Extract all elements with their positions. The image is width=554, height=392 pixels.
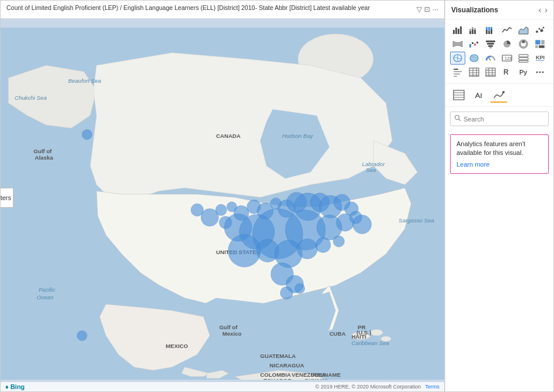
search-box[interactable] xyxy=(450,111,549,126)
fields-tab[interactable] xyxy=(450,87,468,103)
svg-text:Ocean: Ocean xyxy=(36,294,53,300)
svg-text:COLOMBIA: COLOMBIA xyxy=(260,371,291,378)
svg-point-83 xyxy=(536,31,538,33)
svg-rect-66 xyxy=(453,30,455,34)
svg-point-85 xyxy=(540,29,543,32)
svg-line-105 xyxy=(489,58,491,60)
filled-map-icon[interactable] xyxy=(466,52,482,65)
terms-link[interactable]: Terms xyxy=(425,384,440,390)
treemap-icon[interactable] xyxy=(532,38,548,50)
bing-logo: ♦ Bing xyxy=(5,383,25,390)
svg-rect-100 xyxy=(535,45,538,48)
map-svg-container: Chukchi Sea Gulf of Alaska Beaufort Sea … xyxy=(1,28,444,380)
svg-rect-87 xyxy=(469,44,471,48)
svg-rect-110 xyxy=(519,60,528,62)
svg-point-34 xyxy=(216,204,227,215)
card-icon[interactable]: 123 xyxy=(499,52,515,65)
search-icon xyxy=(454,114,461,123)
r-visual-icon[interactable]: R xyxy=(499,66,515,79)
svg-text:MEXICO: MEXICO xyxy=(166,343,188,349)
svg-rect-74 xyxy=(474,30,476,34)
more-options-icon[interactable]: ··· xyxy=(432,5,438,15)
svg-rect-88 xyxy=(472,42,474,44)
svg-rect-69 xyxy=(460,26,462,34)
table-viz-icon[interactable] xyxy=(466,66,482,79)
map-title-text: Count of Limited English Proficient (LEP… xyxy=(6,4,413,12)
analytics-message-text: Analytics features aren't available for … xyxy=(456,140,542,158)
svg-point-56 xyxy=(228,235,261,268)
svg-text:Alaska: Alaska xyxy=(35,154,53,161)
filters-tab[interactable]: Filters xyxy=(1,188,14,208)
multi-card-icon[interactable] xyxy=(516,52,531,65)
more-visuals-icon[interactable] xyxy=(532,66,548,79)
search-input[interactable] xyxy=(464,116,545,123)
analytics-learn-more-link[interactable]: Learn more xyxy=(456,161,489,168)
svg-text:GUATEMALA: GUATEMALA xyxy=(260,353,296,359)
svg-text:Py: Py xyxy=(519,69,528,76)
ribbon-icon[interactable] xyxy=(450,38,465,50)
python-icon[interactable]: Py xyxy=(516,66,531,79)
map-title-bar: Count of Limited English Proficient (LEP… xyxy=(1,1,444,19)
slicer-icon[interactable] xyxy=(450,66,465,79)
svg-rect-71 xyxy=(469,29,471,31)
analytics-tab[interactable] xyxy=(490,87,508,103)
svg-text:Caribbean Sea: Caribbean Sea xyxy=(351,340,390,346)
funnel-icon[interactable] xyxy=(483,38,498,50)
svg-point-65 xyxy=(295,283,305,293)
viz-row-3: 123 KPI xyxy=(450,52,549,65)
svg-text:NICARAGUA: NICARAGUA xyxy=(270,362,304,369)
bottom-tabs xyxy=(445,84,553,107)
svg-rect-67 xyxy=(455,28,457,34)
svg-rect-98 xyxy=(535,40,540,45)
bar-chart-icon[interactable] xyxy=(450,23,465,36)
svg-text:CUBA: CUBA xyxy=(330,330,346,337)
filter-icon[interactable]: ▽ xyxy=(417,5,422,15)
svg-text:Chukchi Sea: Chukchi Sea xyxy=(15,94,47,101)
nav-right-arrow[interactable]: › xyxy=(545,5,548,15)
svg-rect-114 xyxy=(454,71,462,72)
svg-text:Hudson Bay: Hudson Bay xyxy=(282,133,314,139)
bing-icon: ♦ xyxy=(5,383,9,390)
scatter-chart-icon[interactable] xyxy=(532,23,548,36)
100pct-bar-icon[interactable] xyxy=(483,23,498,36)
map-title-icons: ▽ ⊡ ··· xyxy=(417,5,438,15)
panel-title: Visualizations xyxy=(451,6,498,14)
donut-chart-icon[interactable] xyxy=(516,38,531,50)
svg-rect-91 xyxy=(486,40,495,42)
svg-point-133 xyxy=(539,72,541,73)
visualizations-panel: Visualizations ‹ › xyxy=(445,1,553,391)
svg-point-3 xyxy=(370,329,382,336)
svg-point-60 xyxy=(315,238,331,253)
matrix-icon[interactable] xyxy=(483,66,498,79)
waterfall-icon[interactable] xyxy=(466,38,482,50)
svg-rect-124 xyxy=(486,68,489,70)
svg-rect-94 xyxy=(489,48,492,48)
svg-marker-82 xyxy=(519,27,528,34)
svg-point-64 xyxy=(280,286,293,299)
svg-text:Gulf of: Gulf of xyxy=(33,148,52,154)
kpi-icon[interactable]: KPI xyxy=(532,52,548,65)
map-icon[interactable] xyxy=(450,52,465,65)
svg-rect-81 xyxy=(491,27,492,29)
gauge-icon[interactable] xyxy=(483,52,498,65)
pie-chart-icon[interactable] xyxy=(499,38,515,50)
svg-rect-113 xyxy=(454,69,458,70)
svg-text:GUYANA: GUYANA xyxy=(304,377,328,380)
line-chart-icon[interactable] xyxy=(499,23,515,36)
svg-rect-93 xyxy=(488,45,493,47)
main-container: Count of Limited English Proficient (LEP… xyxy=(0,0,554,392)
format-tab[interactable] xyxy=(470,87,488,103)
svg-text:Sargasso Sea: Sargasso Sea xyxy=(398,217,434,224)
stacked-bar-icon[interactable] xyxy=(466,23,482,36)
analytics-message-box: Analytics features aren't available for … xyxy=(450,134,549,174)
svg-text:ECUADOR: ECUADOR xyxy=(263,377,292,380)
expand-icon[interactable]: ⊡ xyxy=(424,5,430,15)
svg-text:CANADA: CANADA xyxy=(216,133,241,139)
svg-text:Beaufort Sea: Beaufort Sea xyxy=(68,77,102,84)
svg-rect-68 xyxy=(458,29,459,34)
area-chart-icon[interactable] xyxy=(516,23,531,36)
nav-left-arrow[interactable]: ‹ xyxy=(539,5,542,15)
svg-rect-70 xyxy=(469,31,471,34)
svg-line-143 xyxy=(459,119,461,121)
nav-arrows: ‹ › xyxy=(539,5,548,15)
